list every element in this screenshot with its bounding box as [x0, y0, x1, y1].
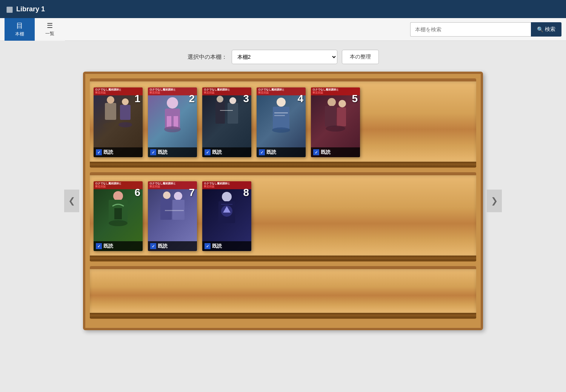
- svg-point-30: [163, 191, 171, 199]
- svg-point-6: [167, 97, 178, 109]
- book-5-check-icon: ✓: [313, 149, 319, 155]
- svg-point-23: [338, 100, 346, 107]
- search-button-label: 検索: [545, 26, 555, 33]
- svg-point-31: [174, 192, 182, 200]
- svg-point-35: [222, 192, 232, 202]
- svg-rect-24: [337, 107, 346, 126]
- svg-point-4: [103, 122, 118, 129]
- svg-point-16: [277, 98, 286, 107]
- book-1-volume: 1: [134, 93, 140, 105]
- svg-rect-8: [167, 116, 171, 127]
- app-logo: ▦ Library 1: [6, 5, 45, 14]
- tab-list-button[interactable]: ☰ 一覧: [35, 18, 65, 41]
- svg-point-14: [229, 97, 236, 104]
- book-5[interactable]: ロクでなし魔術講師と 禁忌目誌 5: [311, 87, 360, 157]
- svg-rect-33: [172, 200, 185, 220]
- search-icon: 🔍: [537, 26, 543, 32]
- svg-point-5: [118, 122, 132, 127]
- svg-point-21: [328, 98, 336, 106]
- svg-rect-28: [114, 208, 122, 219]
- svg-rect-22: [325, 106, 336, 127]
- svg-point-10: [164, 126, 181, 132]
- book-7[interactable]: ロクでなし魔術講師と 禁忌目誌 7: [148, 181, 197, 251]
- search-area: 🔍 検索: [410, 22, 561, 37]
- book-6-volume: 6: [134, 187, 140, 199]
- next-page-button[interactable]: ❯: [487, 190, 502, 212]
- svg-rect-2: [120, 105, 131, 120]
- svg-rect-34: [165, 210, 184, 211]
- book-2-check-icon: ✓: [150, 149, 156, 155]
- right-arrow-icon: ❯: [491, 196, 498, 206]
- book-1-badge: ✓ 既読: [94, 147, 143, 157]
- svg-rect-13: [228, 103, 238, 124]
- book-8-volume: 8: [243, 187, 249, 199]
- shelf-select[interactable]: 本棚1 本棚2 本棚3: [232, 50, 337, 64]
- book-3-check-icon: ✓: [205, 149, 211, 155]
- toolbar: 目 本棚 ☰ 一覧 🔍 検索: [0, 18, 566, 41]
- shelf-books-row-3: [94, 275, 472, 277]
- book-6-check-icon: ✓: [96, 243, 102, 249]
- search-button[interactable]: 🔍 検索: [531, 22, 561, 37]
- shelf-books-row-1: ロクでなし魔術講師と 禁忌目誌 1: [94, 87, 472, 159]
- book-7-volume: 7: [189, 187, 195, 199]
- svg-point-3: [122, 98, 129, 105]
- bookshelf-container: ❮ ❯ ロクでなし魔術講師と 禁忌目誌 1: [83, 72, 483, 330]
- main-content: 選択中の本棚： 本棚1 本棚2 本棚3 本の整理 ❮ ❯ ロクでなし: [0, 41, 566, 339]
- svg-rect-18: [274, 112, 288, 113]
- svg-rect-0: [105, 103, 116, 120]
- svg-point-1: [107, 96, 114, 104]
- tab-shelf-button[interactable]: 目 本棚: [5, 18, 35, 41]
- book-8-check-icon: ✓: [205, 243, 211, 249]
- book-8-badge: ✓ 既読: [202, 241, 251, 251]
- book-4[interactable]: ロクでなし魔術講師と 禁忌目誌 4: [257, 87, 306, 157]
- bookshelf: ロクでなし魔術講師と 禁忌目誌 1: [83, 72, 483, 330]
- list-tab-label: 一覧: [45, 31, 54, 37]
- book-4-check-icon: ✓: [259, 149, 265, 155]
- book-7-check-icon: ✓: [150, 243, 156, 249]
- shelf-selector-label: 選択中の本棚：: [188, 54, 227, 61]
- organize-button[interactable]: 本の整理: [342, 50, 379, 64]
- svg-rect-32: [160, 199, 172, 220]
- book-5-badge: ✓ 既読: [311, 147, 360, 157]
- logo-icon: ▦: [6, 5, 13, 14]
- left-arrow-icon: ❮: [68, 196, 75, 206]
- book-3-badge: ✓ 既読: [202, 147, 251, 157]
- book-1[interactable]: ロクでなし魔術講師と 禁忌目誌 1: [94, 87, 143, 157]
- book-7-badge: ✓ 既読: [148, 241, 197, 251]
- app-header: ▦ Library 1: [0, 0, 566, 18]
- book-5-volume: 5: [352, 93, 358, 105]
- book-2[interactable]: ロクでなし魔術講師と 禁忌目誌 2: [148, 87, 197, 157]
- shelf-tab-label: 本棚: [15, 31, 24, 37]
- book-8[interactable]: ロクでなし魔術講師と 禁忌目誌 8: [202, 181, 251, 251]
- book-4-badge: ✓ 既読: [257, 147, 306, 157]
- book-6-badge: ✓ 既読: [94, 241, 143, 251]
- list-tab-icon: ☰: [47, 21, 53, 30]
- book-1-check-icon: ✓: [96, 149, 102, 155]
- svg-point-20: [272, 127, 290, 133]
- shelf-row-2: ロクでなし魔術講師と 禁忌目誌 6: [90, 172, 476, 262]
- shelf-row-1: ロクでなし魔術講師と 禁忌目誌 1: [90, 78, 476, 168]
- prev-page-button[interactable]: ❮: [64, 190, 79, 212]
- svg-point-29: [109, 220, 128, 226]
- book-2-badge: ✓ 既読: [148, 147, 197, 157]
- book-3[interactable]: ロクでなし魔術講師と 禁忌目誌 3: [202, 87, 251, 157]
- book-3-volume: 3: [243, 93, 249, 105]
- svg-point-26: [113, 191, 123, 201]
- book-4-volume: 4: [297, 93, 303, 105]
- book-6[interactable]: ロクでなし魔術講師と 禁忌目誌 6: [94, 181, 143, 251]
- book-2-volume: 2: [189, 93, 195, 105]
- svg-point-25: [326, 126, 345, 132]
- svg-rect-9: [174, 116, 178, 127]
- shelf-tab-icon: 目: [16, 21, 23, 30]
- shelf-row-3: [90, 266, 476, 319]
- svg-point-12: [217, 96, 223, 103]
- search-input[interactable]: [410, 22, 531, 37]
- svg-rect-19: [274, 115, 285, 116]
- svg-rect-11: [215, 101, 225, 124]
- svg-rect-17: [273, 107, 289, 129]
- shelf-selector-row: 選択中の本棚： 本棚1 本棚2 本棚3 本の整理: [83, 50, 483, 64]
- shelf-books-row-2: ロクでなし魔術講師と 禁忌目誌 6: [94, 181, 472, 253]
- app-title: Library 1: [16, 5, 45, 13]
